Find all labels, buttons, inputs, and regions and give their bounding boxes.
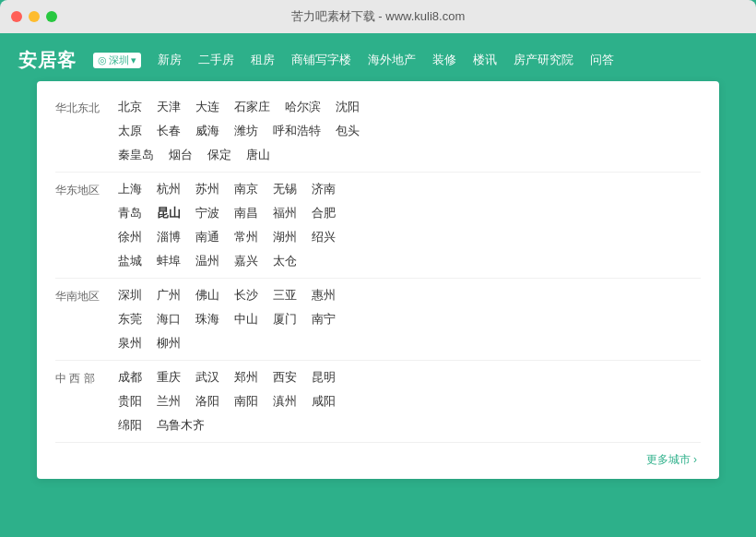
city-wuhan[interactable]: 武汉	[188, 366, 227, 388]
city-row: 太原 长春 威海 潍坊 呼和浩特 包头	[111, 120, 701, 142]
city-taicang[interactable]: 太仓	[266, 250, 304, 272]
city-dropdown: 华北东北 北京 天津 大连 石家庄 哈尔滨 沈阳 太原 长春 威海 潍坊	[37, 81, 719, 479]
city-suzhou[interactable]: 苏州	[188, 178, 227, 200]
city-jiaxing[interactable]: 嘉兴	[227, 250, 266, 272]
city-hefei[interactable]: 合肥	[304, 202, 343, 224]
city-row: 北京 天津 大连 石家庄 哈尔滨 沈阳	[111, 96, 701, 118]
city-xian[interactable]: 西安	[266, 366, 304, 388]
city-nanning[interactable]: 南宁	[304, 308, 343, 330]
city-nanyang[interactable]: 南阳	[227, 390, 266, 412]
city-zhuhai[interactable]: 珠海	[188, 308, 227, 330]
city-wenzhou[interactable]: 温州	[188, 250, 227, 272]
nav-secondhand[interactable]: 二手房	[198, 52, 234, 68]
city-wuxi[interactable]: 无锡	[266, 178, 304, 200]
city-luoyang[interactable]: 洛阳	[188, 390, 227, 412]
city-chengdu[interactable]: 成都	[111, 366, 149, 388]
city-changchun[interactable]: 长春	[149, 120, 188, 142]
city-sanya[interactable]: 三亚	[266, 284, 304, 306]
city-qingdao[interactable]: 青岛	[111, 202, 149, 224]
minimize-button[interactable]	[29, 11, 40, 22]
location-selector[interactable]: ◎ 深圳 ▾	[93, 53, 141, 68]
city-dongguan[interactable]: 东莞	[111, 308, 149, 330]
city-xuzhou[interactable]: 徐州	[111, 226, 149, 248]
city-xiamen[interactable]: 厦门	[266, 308, 304, 330]
nav-news[interactable]: 楼讯	[473, 52, 497, 68]
city-kunshan[interactable]: 昆山	[149, 202, 188, 224]
more-cities-link[interactable]: 更多城市 ›	[55, 448, 701, 468]
city-zhengzhou[interactable]: 郑州	[227, 366, 266, 388]
city-nanjing[interactable]: 南京	[227, 178, 266, 200]
city-zhongshan[interactable]: 中山	[227, 308, 266, 330]
dropdown-arrow-icon: ▾	[131, 54, 136, 66]
city-guiyang[interactable]: 贵阳	[111, 390, 149, 412]
city-urumqi[interactable]: 乌鲁木齐	[149, 414, 212, 436]
nav-qa[interactable]: 问答	[590, 52, 614, 68]
city-weihai[interactable]: 威海	[188, 120, 227, 142]
city-tangshan[interactable]: 唐山	[239, 144, 278, 166]
city-row: 徐州 淄博 南通 常州 湖州 绍兴	[111, 226, 701, 248]
city-bengbu[interactable]: 蚌埠	[149, 250, 188, 272]
city-haikou[interactable]: 海口	[149, 308, 188, 330]
city-baoding[interactable]: 保定	[200, 144, 239, 166]
city-kunming[interactable]: 昆明	[304, 366, 343, 388]
city-taiyuan[interactable]: 太原	[111, 120, 149, 142]
city-hangzhou[interactable]: 杭州	[149, 178, 188, 200]
city-weifang[interactable]: 潍坊	[227, 120, 266, 142]
city-ningbo[interactable]: 宁波	[188, 202, 227, 224]
city-beijing[interactable]: 北京	[111, 96, 149, 118]
city-row: 秦皇岛 烟台 保定 唐山	[111, 144, 701, 166]
city-zibo[interactable]: 淄博	[149, 226, 188, 248]
city-shijiazhuang[interactable]: 石家庄	[227, 96, 278, 118]
city-qinhuangdao[interactable]: 秦皇岛	[111, 144, 161, 166]
city-row: 贵阳 兰州 洛阳 南阳 滇州 咸阳	[111, 390, 701, 412]
city-jinan[interactable]: 济南	[304, 178, 343, 200]
city-nantong[interactable]: 南通	[188, 226, 227, 248]
city-quanzhou[interactable]: 泉州	[111, 332, 149, 354]
city-huizhou[interactable]: 惠州	[304, 284, 343, 306]
city-liuzhou[interactable]: 柳州	[149, 332, 188, 354]
city-fuzhou[interactable]: 福州	[266, 202, 304, 224]
region-north-label: 华北东北	[55, 96, 111, 166]
city-huzhou[interactable]: 湖州	[266, 226, 304, 248]
location-icon: ◎	[98, 54, 107, 66]
nav-newhouse[interactable]: 新房	[158, 52, 182, 68]
region-west: 中 西 部 成都 重庆 武汉 郑州 西安 昆明 贵阳 兰州 洛阳 南阳	[55, 366, 701, 443]
nav-research[interactable]: 房产研究院	[514, 52, 573, 68]
region-north-cities: 北京 天津 大连 石家庄 哈尔滨 沈阳 太原 长春 威海 潍坊 呼和浩特 包头	[111, 96, 701, 166]
city-dalian[interactable]: 大连	[188, 96, 227, 118]
logo[interactable]: 安居客	[18, 48, 77, 73]
city-dianzhou[interactable]: 滇州	[266, 390, 304, 412]
city-shanghai[interactable]: 上海	[111, 178, 149, 200]
close-button[interactable]	[11, 11, 22, 22]
city-hohhot[interactable]: 呼和浩特	[266, 120, 328, 142]
city-yantai[interactable]: 烟台	[161, 144, 200, 166]
city-tianjin[interactable]: 天津	[149, 96, 188, 118]
city-guangzhou[interactable]: 广州	[149, 284, 188, 306]
city-changzhou[interactable]: 常州	[227, 226, 266, 248]
city-changsha[interactable]: 长沙	[227, 284, 266, 306]
nav-overseas[interactable]: 海外地产	[368, 52, 416, 68]
city-xianyang[interactable]: 咸阳	[304, 390, 343, 412]
maximize-button[interactable]	[46, 11, 57, 22]
city-nanchang[interactable]: 南昌	[227, 202, 266, 224]
city-shenyang[interactable]: 沈阳	[328, 96, 367, 118]
city-foshan[interactable]: 佛山	[188, 284, 227, 306]
city-shaoxing[interactable]: 绍兴	[304, 226, 343, 248]
region-west-label: 中 西 部	[55, 366, 111, 436]
city-chongqing[interactable]: 重庆	[149, 366, 188, 388]
region-south: 华南地区 深圳 广州 佛山 长沙 三亚 惠州 东莞 海口 珠海 中山	[55, 284, 701, 361]
region-west-cities: 成都 重庆 武汉 郑州 西安 昆明 贵阳 兰州 洛阳 南阳 滇州 咸阳	[111, 366, 701, 436]
city-baotou[interactable]: 包头	[328, 120, 367, 142]
nav-decorate[interactable]: 装修	[432, 52, 456, 68]
city-yancheng[interactable]: 盐城	[111, 250, 149, 272]
nav-bar: 安居客 ◎ 深圳 ▾ 新房 二手房 租房 商铺写字楼 海外地产 装修 楼讯 房产…	[0, 42, 756, 78]
city-mianyang[interactable]: 绵阳	[111, 414, 149, 436]
city-shenzhen[interactable]: 深圳	[111, 284, 149, 306]
nav-commercial[interactable]: 商铺写字楼	[291, 52, 351, 68]
nav-rent[interactable]: 租房	[251, 52, 275, 68]
city-row: 上海 杭州 苏州 南京 无锡 济南	[111, 178, 701, 200]
city-harbin[interactable]: 哈尔滨	[278, 96, 328, 118]
city-row: 青岛 昆山 宁波 南昌 福州 合肥	[111, 202, 701, 224]
city-lanzhou[interactable]: 兰州	[149, 390, 188, 412]
city-row: 泉州 柳州	[111, 332, 701, 354]
